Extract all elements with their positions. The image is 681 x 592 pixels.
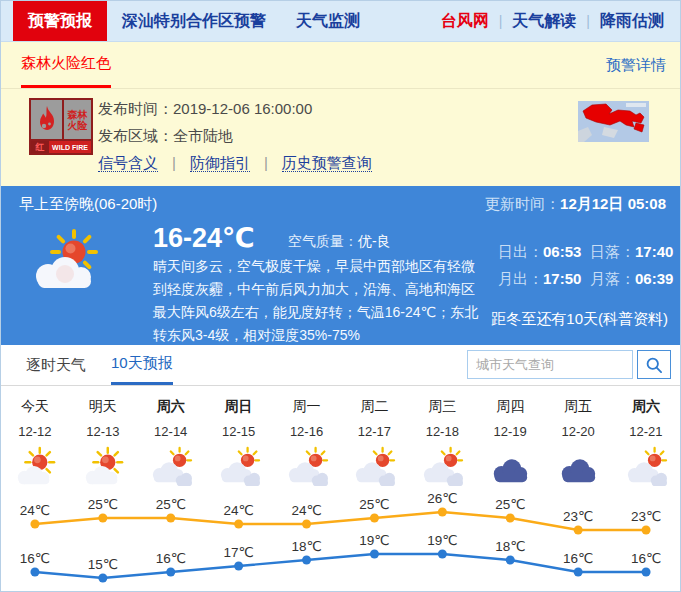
nav-link-weather-explain[interactable]: 天气解读 bbox=[502, 1, 586, 41]
top-navigation: 预警预报 深汕特别合作区预警 天气监测 台风网 天气解读 降雨估测 bbox=[1, 1, 680, 42]
low-temp-point bbox=[30, 568, 39, 577]
current-header: 早上至傍晚(06-20时) 更新时间：12月12日 05:08 bbox=[1, 186, 680, 214]
high-temp-point bbox=[30, 520, 39, 529]
low-temp-label: 19℃ bbox=[427, 533, 457, 548]
forecast-day-name: 周六 bbox=[137, 398, 205, 416]
low-temp-label: 17℃ bbox=[224, 545, 254, 560]
low-temp-point bbox=[302, 556, 311, 565]
sunset: 日落：17:40 bbox=[590, 238, 673, 265]
forecast-date: 12-16 bbox=[273, 424, 341, 439]
forecast-day-name: 周一 bbox=[273, 398, 341, 416]
forecast-day-name: 周二 bbox=[340, 398, 408, 416]
forecast-day-name: 周五 bbox=[544, 398, 612, 416]
warning-tab-forest-fire-red[interactable]: 森林火险红色 bbox=[21, 42, 111, 88]
nav-tab-weather-monitor[interactable]: 天气监测 bbox=[281, 1, 375, 41]
forecast-period: 早上至傍晚(06-20时) bbox=[19, 195, 157, 214]
mostly-cloudy-icon bbox=[408, 446, 476, 488]
publish-area-value: 全市陆地 bbox=[173, 127, 233, 144]
nav-tab-warning-forecast[interactable]: 预警预报 bbox=[13, 1, 107, 41]
update-time: 更新时间：12月12日 05:08 bbox=[485, 195, 666, 214]
ten-day-forecast: 今天明天周六周日周一周二周三周四周五周六 12-1212-1312-1412-1… bbox=[1, 398, 680, 592]
low-temp-point bbox=[642, 568, 651, 577]
mostly-cloudy-icon bbox=[137, 446, 205, 488]
history-warning-query-link[interactable]: 历史预警查询 bbox=[282, 154, 372, 172]
high-temp-label: 24℃ bbox=[224, 503, 254, 518]
forecast-date: 12-21 bbox=[612, 424, 680, 439]
nav-link-rain-estimate[interactable]: 降雨估测 bbox=[590, 1, 674, 41]
city-search-input[interactable] bbox=[467, 350, 633, 379]
low-temp-point bbox=[98, 574, 107, 583]
warning-body: 森林 火险 红 WILD FIRE 发布时间：2019-12-06 16:00:… bbox=[1, 89, 680, 186]
forecast-tab-bar: 逐时天气 10天预报 bbox=[1, 345, 680, 386]
low-temp-label: 16℃ bbox=[563, 551, 593, 566]
mostly-cloudy-icon bbox=[340, 446, 408, 488]
moonset: 月落：06:39 bbox=[590, 265, 673, 292]
forecast-day-name: 周三 bbox=[408, 398, 476, 416]
forecast-date: 12-20 bbox=[544, 424, 612, 439]
search-button[interactable] bbox=[637, 350, 671, 379]
high-temp-line bbox=[35, 512, 646, 530]
high-temp-point bbox=[574, 526, 583, 535]
high-temp-label: 25℃ bbox=[156, 497, 186, 512]
forest-fire-warning-icon: 森林 火险 红 WILD FIRE bbox=[29, 98, 93, 155]
air-quality: 空气质量：优-良 bbox=[288, 233, 391, 251]
forecast-date: 12-12 bbox=[1, 424, 69, 439]
tab-hourly-weather[interactable]: 逐时天气 bbox=[26, 345, 86, 385]
warning-region-map[interactable] bbox=[578, 101, 649, 142]
low-temp-label: 18℃ bbox=[495, 539, 525, 554]
high-temp-label: 25℃ bbox=[88, 497, 118, 512]
forecast-day-name: 周日 bbox=[205, 398, 273, 416]
mostly-cloudy-icon bbox=[612, 446, 680, 488]
ten-day-temp-chart: 24℃25℃25℃24℃24℃25℃26℃25℃23℃23℃16℃15℃16℃1… bbox=[1, 492, 680, 592]
badge-level: 红 bbox=[31, 141, 49, 153]
publish-area-row: 发布区域：全市陆地 bbox=[98, 122, 372, 149]
forecast-day-name: 周六 bbox=[612, 398, 680, 416]
low-temp-label: 16℃ bbox=[20, 551, 50, 566]
high-temp-point bbox=[506, 514, 515, 523]
solstice-note[interactable]: 距冬至还有10天(科普资料) bbox=[491, 310, 668, 329]
date-row: 12-1212-1312-1412-1512-1612-1712-1812-19… bbox=[1, 424, 680, 439]
warning-info: 发布时间：2019-12-06 16:00:00 发布区域：全市陆地 信号含义|… bbox=[98, 95, 372, 173]
search-icon bbox=[644, 355, 664, 375]
day-name-row: 今天明天周六周日周一周二周三周四周五周六 bbox=[1, 398, 680, 416]
low-temp-label: 16℃ bbox=[631, 551, 661, 566]
high-temp-label: 26℃ bbox=[427, 492, 457, 506]
high-temp-point bbox=[166, 514, 175, 523]
temperature-range: 16-24℃ bbox=[153, 222, 255, 254]
moon-times-row: 月出：17:50 月落：06:39 bbox=[498, 265, 673, 292]
tab-ten-day-forecast[interactable]: 10天预报 bbox=[111, 345, 173, 385]
overcast-icon bbox=[544, 446, 612, 488]
high-temp-point bbox=[98, 514, 107, 523]
forecast-date: 12-15 bbox=[205, 424, 273, 439]
nav-right-pad bbox=[674, 1, 680, 41]
signal-meaning-link[interactable]: 信号含义 bbox=[98, 154, 158, 172]
high-temp-point bbox=[302, 520, 311, 529]
warning-detail-link[interactable]: 预警详情 bbox=[606, 42, 666, 88]
astro-times: 日出：06:53 日落：17:40 月出：17:50 月落：06:39 bbox=[498, 238, 673, 292]
forecast-day-name: 今天 bbox=[1, 398, 69, 416]
temperature-chart-wrap: 24℃25℃25℃24℃24℃25℃26℃25℃23℃23℃16℃15℃16℃1… bbox=[1, 492, 680, 592]
forecast-date: 12-13 bbox=[69, 424, 137, 439]
nav-tab-shenshan-warning[interactable]: 深汕特别合作区预警 bbox=[107, 1, 281, 41]
current-weather-icon bbox=[27, 228, 111, 298]
moonrise: 月出：17:50 bbox=[498, 265, 590, 292]
low-temp-label: 18℃ bbox=[291, 539, 321, 554]
low-temp-label: 16℃ bbox=[156, 551, 186, 566]
badge-title: 森林 火险 bbox=[64, 100, 91, 139]
low-temp-point bbox=[234, 562, 243, 571]
sun-times-row: 日出：06:53 日落：17:40 bbox=[498, 238, 673, 265]
weather-icon-row bbox=[1, 444, 680, 490]
city-weather-search bbox=[467, 350, 671, 379]
high-temp-label: 25℃ bbox=[495, 497, 525, 512]
low-temp-label: 15℃ bbox=[88, 557, 118, 572]
low-temp-point bbox=[574, 568, 583, 577]
defense-guide-link[interactable]: 防御指引 bbox=[190, 154, 250, 172]
forecast-date: 12-19 bbox=[476, 424, 544, 439]
weather-description: 晴天间多云，空气极度干燥，早晨中西部地区有轻微到轻度灰霾，中午前后风力加大，沿海… bbox=[153, 255, 487, 347]
forecast-day-name: 明天 bbox=[69, 398, 137, 416]
low-temp-point bbox=[438, 550, 447, 559]
nav-link-typhoon-net[interactable]: 台风网 bbox=[431, 1, 499, 41]
low-temp-point bbox=[166, 568, 175, 577]
link-separator: | bbox=[264, 154, 268, 171]
flame-icon bbox=[31, 100, 64, 139]
